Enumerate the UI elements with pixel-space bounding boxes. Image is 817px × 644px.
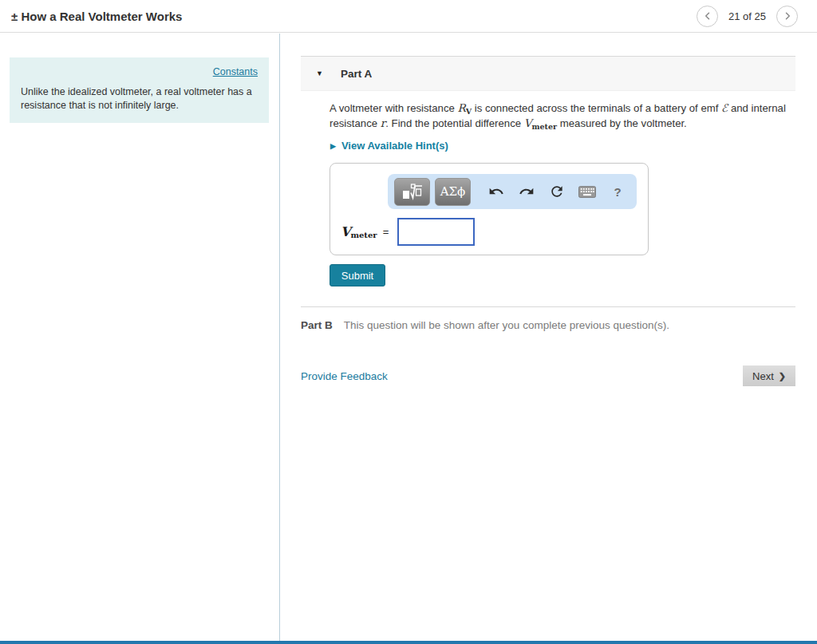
part-a-title: Part A	[341, 68, 372, 80]
math-v-base: V	[524, 117, 532, 129]
help-button[interactable]: ?	[602, 185, 633, 199]
chevron-right-icon: ❯	[779, 371, 786, 381]
problem-statement: A voltmeter with resistance RV is connec…	[330, 101, 791, 131]
greek-symbols-button[interactable]: ΑΣϕ	[435, 178, 471, 206]
view-hints-label: View Available Hint(s)	[341, 140, 448, 152]
next-button-label: Next	[752, 370, 774, 382]
templates-icon	[402, 184, 423, 200]
constants-link[interactable]: Constants	[213, 66, 258, 77]
answer-box: ΑΣϕ	[330, 163, 649, 255]
page: ± How a Real Voltmeter Works 21 of 25 Co…	[0, 0, 817, 644]
main-content: ▼ Part A A voltmeter with resistance RV …	[301, 56, 795, 386]
part-b-row: Part B This question will be shown after…	[301, 319, 795, 331]
templates-button[interactable]	[394, 178, 430, 206]
constants-row: Constants	[21, 64, 258, 78]
page-position-label: 21 of 25	[728, 10, 766, 22]
problem-seg2: is connected across the terminals of a b…	[472, 102, 721, 114]
equals-sign: =	[383, 226, 389, 238]
math-rv-sub: V	[466, 107, 472, 116]
equation-toolbar: ΑΣϕ	[388, 174, 637, 209]
top-header: ± How a Real Voltmeter Works 21 of 25	[0, 0, 817, 33]
chevron-right-icon	[780, 9, 795, 23]
bottom-accent-bar	[0, 641, 817, 644]
answer-input[interactable]	[397, 218, 475, 246]
answer-variable-label: V	[341, 224, 350, 239]
expand-triangle-icon: ▶	[330, 142, 336, 150]
reset-icon	[549, 184, 565, 200]
main-panel: ▼ Part A A voltmeter with resistance RV …	[280, 34, 817, 641]
undo-icon	[488, 184, 504, 200]
provide-feedback-link[interactable]: Provide Feedback	[301, 370, 388, 382]
next-button[interactable]: Next ❯	[743, 365, 795, 386]
part-a-header[interactable]: ▼ Part A	[301, 56, 795, 91]
left-panel: Constants Unlike the idealized voltmeter…	[0, 34, 280, 641]
keyboard-button[interactable]	[572, 186, 602, 198]
redo-button[interactable]	[511, 184, 542, 200]
answer-row: Vmeter =	[341, 218, 475, 246]
submit-button[interactable]: Submit	[330, 264, 385, 286]
footer-row: Provide Feedback Next ❯	[301, 365, 795, 386]
intro-info-box: Constants Unlike the idealized voltmeter…	[10, 57, 269, 123]
reset-button[interactable]	[542, 184, 572, 200]
answer-variable-subscript: meter	[350, 231, 377, 239]
part-b-title: Part B	[301, 319, 333, 331]
intro-text: Unlike the idealized voltmeter, a real v…	[21, 85, 258, 113]
greek-symbols-label: ΑΣϕ	[440, 184, 466, 199]
next-page-button[interactable]	[776, 6, 798, 27]
toolbar-icon-group: ?	[481, 184, 633, 200]
problem-seg5: measured by the voltmeter.	[557, 117, 687, 129]
pager: 21 of 25	[697, 6, 798, 27]
prev-page-button[interactable]	[697, 6, 718, 27]
math-v-sub: meter	[532, 122, 558, 131]
page-title: ± How a Real Voltmeter Works	[11, 10, 182, 23]
collapse-triangle-icon: ▼	[316, 69, 323, 77]
chevron-left-icon	[701, 9, 715, 23]
math-rv-base: R	[458, 101, 466, 114]
help-icon: ?	[614, 185, 621, 199]
redo-icon	[519, 184, 535, 200]
view-hints-link[interactable]: ▶ View Available Hint(s)	[330, 140, 795, 152]
problem-seg1: A voltmeter with resistance	[330, 102, 458, 114]
undo-button[interactable]	[481, 184, 511, 200]
part-b-message: This question will be shown after you co…	[344, 319, 669, 331]
problem-seg4: . Find the potential difference	[385, 117, 524, 129]
keyboard-icon	[578, 186, 596, 198]
math-emf-symbol: ℰ	[721, 101, 728, 114]
section-divider	[301, 306, 795, 307]
